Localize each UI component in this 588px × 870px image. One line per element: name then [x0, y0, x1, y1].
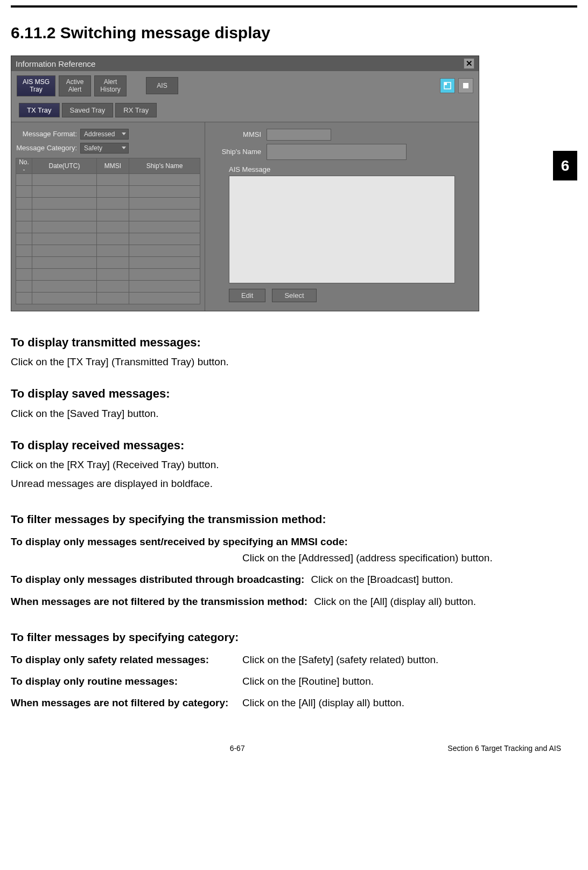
heading-rx: To display received messages: — [11, 436, 577, 455]
col-date[interactable]: Date(UTC) — [32, 158, 97, 173]
cat-routine-label: To display only routine messages: — [11, 673, 242, 690]
ais-message-textarea[interactable] — [229, 176, 455, 283]
table-row[interactable] — [16, 280, 200, 292]
cat-routine-value: Click on the [Routine] button. — [242, 673, 577, 690]
message-format-label: Message Format: — [16, 130, 80, 138]
col-shipname[interactable]: Ship's Name — [129, 158, 200, 173]
table-row[interactable] — [16, 221, 200, 233]
layout-icon — [444, 82, 451, 89]
info-reference-window: Information Reference ✕ AIS MSG Tray Act… — [11, 55, 479, 311]
ais-message-label: AIS Message — [229, 165, 471, 173]
message-category-dropdown[interactable]: Safety — [80, 143, 129, 154]
tab-saved-tray[interactable]: Saved Tray — [62, 103, 114, 117]
filter-none-label: When messages are not filtered by the tr… — [11, 594, 314, 610]
heading-filter-transmission: To filter messages by specifying the tra… — [11, 510, 577, 528]
mmsi-label: MMSI — [213, 130, 267, 138]
message-category-label: Message Category: — [16, 144, 80, 152]
svg-rect-1 — [444, 82, 447, 85]
table-row[interactable] — [16, 197, 200, 209]
message-table: No. - Date(UTC) MMSI Ship's Name — [16, 158, 200, 304]
tab-ais-msg-tray[interactable]: AIS MSG Tray — [17, 75, 55, 96]
col-no[interactable]: No. - — [16, 158, 32, 173]
para-rx2: Unread messages are displayed in boldfac… — [11, 476, 577, 492]
para-saved: Click on the [Saved Tray] button. — [11, 406, 577, 422]
tab-label: Active — [66, 78, 84, 86]
ship-name-field[interactable] — [267, 144, 407, 160]
filter-broadcast-value: Click on the [Broadcast] button. — [311, 572, 577, 588]
filter-mmsi-value: Click on the [Addressed] (address specif… — [242, 550, 577, 566]
heading-saved: To display saved messages: — [11, 384, 577, 403]
cat-safety-value: Click on the [Safety] (safety related) b… — [242, 652, 577, 668]
content-area: Message Format: Addressed Message Catego… — [11, 122, 479, 311]
page-number: 6-67 — [27, 744, 447, 753]
title-bar: Information Reference ✕ — [11, 56, 479, 71]
close-icon[interactable]: ✕ — [464, 58, 474, 69]
tab-label: Alert — [68, 86, 82, 93]
para-tx: Click on the [TX Tray] (Transmitted Tray… — [11, 354, 577, 370]
table-row[interactable] — [16, 185, 200, 197]
tab-active-alert[interactable]: Active Alert — [59, 75, 91, 96]
mmsi-field[interactable] — [267, 129, 331, 141]
chapter-side-tab: 6 — [553, 151, 577, 180]
document-body: To display transmitted messages: Click o… — [11, 333, 577, 712]
tab-alert-history[interactable]: Alert History — [94, 75, 127, 96]
table-row[interactable] — [16, 209, 200, 221]
sub-tab-row: TX Tray Saved Tray RX Tray — [11, 99, 479, 122]
message-format-dropdown[interactable]: Addressed — [80, 129, 129, 140]
table-row[interactable] — [16, 173, 200, 185]
tab-rx-tray[interactable]: RX Tray — [115, 103, 157, 117]
para-rx1: Click on the [RX Tray] (Received Tray) b… — [11, 457, 577, 473]
cat-none-label: When messages are not filtered by catego… — [11, 695, 242, 711]
col-mmsi[interactable]: MMSI — [97, 158, 129, 173]
tab-label: AIS MSG — [23, 78, 50, 86]
table-row[interactable] — [16, 292, 200, 304]
page-footer: 6-67 Section 6 Target Tracking and AIS — [11, 744, 577, 769]
filter-broadcast-label: To display only messages distributed thr… — [11, 572, 311, 588]
filter-none-value: Click on the [All] (display all) button. — [314, 594, 577, 610]
heading-filter-category: To filter messages by specifying categor… — [11, 628, 577, 646]
ship-name-label: Ship's Name — [213, 148, 267, 156]
tab-label: AIS — [157, 82, 167, 89]
tab-ais[interactable]: AIS — [146, 77, 178, 94]
heading-tx: To display transmitted messages: — [11, 333, 577, 352]
select-button[interactable]: Select — [272, 289, 316, 302]
tab-tx-tray[interactable]: TX Tray — [19, 103, 60, 117]
left-panel: Message Format: Addressed Message Catego… — [11, 122, 205, 311]
square-icon — [463, 83, 468, 88]
table-row[interactable] — [16, 256, 200, 268]
right-panel: MMSI Ship's Name AIS Message Edit Select — [205, 122, 479, 311]
table-row[interactable] — [16, 245, 200, 256]
tab-label: Alert — [104, 78, 117, 86]
top-tab-row: AIS MSG Tray Active Alert Alert History … — [11, 71, 479, 99]
section-heading: 6.11.2 Switching message display — [11, 24, 577, 42]
window-title: Information Reference — [16, 59, 95, 68]
edit-button[interactable]: Edit — [229, 289, 265, 302]
cat-safety-label: To display only safety related messages: — [11, 652, 242, 668]
table-row[interactable] — [16, 233, 200, 245]
window-mode-icon[interactable] — [458, 78, 473, 93]
tab-label: Tray — [30, 86, 43, 93]
filter-mmsi-label: To display only messages sent/received b… — [11, 534, 577, 550]
cat-none-value: Click on the [All] (display all) button. — [242, 695, 577, 711]
table-row[interactable] — [16, 268, 200, 280]
window-layout-icon[interactable] — [440, 78, 455, 93]
tab-label: History — [100, 86, 120, 93]
section-label: Section 6 Target Tracking and AIS — [447, 744, 561, 753]
